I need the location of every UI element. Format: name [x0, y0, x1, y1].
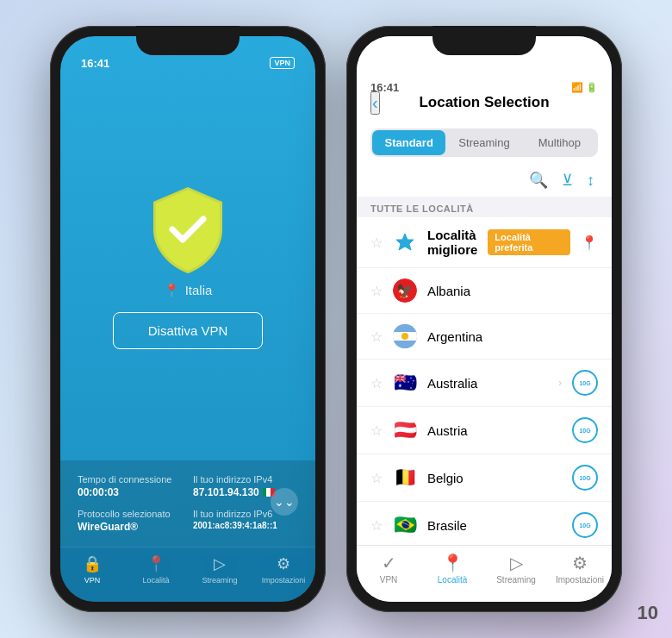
- server-count-australia: 10G: [572, 370, 598, 396]
- stat-ipv4-label: Il tuo indirizzo IPv4: [193, 474, 298, 485]
- star-icon-belgio: ☆: [370, 470, 383, 486]
- location-name: Italia: [185, 283, 213, 297]
- flag-austria: 🇦🇹: [393, 418, 417, 442]
- country-name-brasile: Brasile: [427, 518, 562, 533]
- stat-time-value: 00:00:03: [78, 486, 183, 498]
- list-item-belgio[interactable]: ☆ 🇧🇪 Belgio 10G: [357, 454, 612, 502]
- notch-right: [432, 26, 536, 55]
- country-list: ☆ Località migliore Località preferita 📍…: [357, 217, 612, 545]
- chevron-australia: ›: [558, 377, 562, 389]
- country-name-austria: Austria: [427, 423, 562, 438]
- star-icon-austria: ☆: [370, 422, 383, 439]
- bottom-nav-right: ✓ VPN 📍 Località ▷ Streaming ⚙ Impostazi…: [357, 545, 612, 602]
- vpn-badge: VPN: [270, 57, 295, 69]
- vpn-screen: 16:41 VPN 📍 Italia: [60, 36, 315, 602]
- nav-streaming-label-right: Streaming: [496, 575, 536, 585]
- localities-nav-icon: 📍: [146, 554, 165, 573]
- sort-icon[interactable]: ↕: [587, 172, 594, 190]
- best-badge: Località preferita: [488, 229, 570, 255]
- list-item-brasile[interactable]: ☆ 🇧🇷 Brasile 10G: [357, 502, 612, 545]
- stat-protocol-value: WireGuard®: [78, 521, 183, 533]
- svg-marker-0: [396, 234, 414, 250]
- list-item-argentina[interactable]: ☆ Argentina: [357, 314, 612, 360]
- deactivate-vpn-button[interactable]: Disattiva VPN: [113, 312, 264, 349]
- flag-best: [393, 230, 417, 254]
- stat-time-label: Tempo di connessione: [78, 474, 183, 485]
- flag-brasile: 🇧🇷: [393, 513, 417, 537]
- filter-icon[interactable]: ⊻: [562, 171, 573, 190]
- stat-ipv6-label: Il tuo indirizzo IPv6: [193, 509, 298, 519]
- streaming-icon-right: ▷: [510, 553, 523, 573]
- stat-protocol-label: Protocollo selezionato: [78, 509, 183, 519]
- settings-nav-icon-left: ⚙: [277, 554, 290, 573]
- stat-ipv6: Il tuo indirizzo IPv6 2001:ac8:39:4:1a8:…: [193, 509, 298, 533]
- vpn-main: 📍 Italia Disattiva VPN: [60, 78, 315, 453]
- svg-rect-3: [393, 324, 417, 332]
- stat-ipv6-value: 2001:ac8:39:4:1a8::1: [193, 521, 298, 530]
- nav-settings-left[interactable]: ⚙ Impostazioni: [252, 554, 315, 585]
- nav-localities-left[interactable]: 📍 Località: [124, 554, 188, 585]
- list-item-australia[interactable]: ☆ 🇦🇺 Australia › 10G: [357, 360, 612, 407]
- star-icon-argentina: ☆: [370, 328, 383, 345]
- flag-belgio: 🇧🇪: [393, 466, 417, 490]
- nav-streaming-label-left: Streaming: [202, 576, 237, 585]
- star-icon-albania: ☆: [370, 283, 383, 299]
- left-phone: 16:41 VPN 📍 Italia: [50, 26, 326, 612]
- section-label: TUTTE LE LOCALITÀ: [357, 197, 612, 217]
- list-item-austria[interactable]: ☆ 🇦🇹 Austria 10G: [357, 407, 612, 454]
- country-name-australia: Australia: [427, 376, 548, 391]
- right-phone: 16:41 📶 🔋 ‹ Location Selection Standard …: [346, 26, 622, 612]
- star-icon-australia: ☆: [370, 375, 383, 391]
- expand-area: ⌄⌄: [60, 453, 315, 460]
- tab-standard[interactable]: Standard: [372, 130, 445, 155]
- notch: [136, 26, 240, 55]
- location-header: 16:41 📶 🔋 ‹ Location Selection Standard …: [357, 36, 612, 197]
- nav-streaming-left[interactable]: ▷ Streaming: [188, 554, 252, 585]
- list-item-best[interactable]: ☆ Località migliore Località preferita 📍: [357, 217, 612, 268]
- vpn-icon-right: ✓: [382, 553, 396, 573]
- location-pin-icon: 📍: [164, 283, 180, 298]
- back-button[interactable]: ‹: [370, 91, 380, 115]
- server-count-belgio: 10G: [572, 465, 598, 491]
- flag-australia: 🇦🇺: [393, 371, 417, 395]
- streaming-nav-icon-left: ▷: [214, 554, 226, 573]
- nav-settings-right[interactable]: ⚙ Impostazioni: [548, 553, 612, 585]
- nav-streaming-right[interactable]: ▷ Streaming: [484, 553, 548, 585]
- nav-localities-label-right: Località: [438, 575, 467, 585]
- stat-connection-time: Tempo di connessione 00:00:03: [78, 474, 183, 498]
- tab-multihop[interactable]: Multihop: [523, 130, 596, 155]
- location-title: Location Selection: [419, 94, 549, 111]
- location-title-row: ‹ Location Selection: [370, 94, 598, 122]
- country-name-best: Località migliore: [427, 228, 477, 257]
- list-item-albania[interactable]: ☆ 🦅 Albania: [357, 268, 612, 314]
- watermark: 10: [638, 602, 658, 624]
- svg-rect-5: [393, 341, 417, 348]
- stat-protocol: Protocollo selezionato WireGuard®: [78, 509, 183, 533]
- star-icon-best: ☆: [370, 235, 383, 251]
- vpn-shield-icon: [145, 183, 231, 269]
- nav-localities-right[interactable]: 📍 Località: [420, 553, 484, 585]
- status-icons: VPN: [270, 57, 295, 69]
- tab-bar: Standard Streaming Multihop: [370, 128, 598, 157]
- server-count-brasile: 10G: [572, 512, 598, 538]
- vpn-nav-icon: 🔒: [83, 554, 102, 573]
- bottom-nav-left: 🔒 VPN 📍 Località ▷ Streaming ⚙ Impostazi…: [60, 547, 315, 602]
- star-icon-brasile: ☆: [370, 517, 383, 534]
- country-name-belgio: Belgio: [427, 471, 562, 485]
- status-icons-right: 📶 🔋: [571, 82, 598, 93]
- tab-streaming[interactable]: Streaming: [447, 130, 520, 155]
- flag-argentina: [393, 324, 417, 348]
- search-icon[interactable]: 🔍: [529, 171, 548, 190]
- nav-settings-label-right: Impostazioni: [556, 575, 604, 585]
- nav-vpn-left[interactable]: 🔒 VPN: [60, 554, 124, 585]
- nav-localities-label: Località: [142, 576, 169, 585]
- nav-vpn-label-left: VPN: [84, 576, 101, 585]
- location-screen: 16:41 📶 🔋 ‹ Location Selection Standard …: [357, 36, 612, 602]
- pin-icon-best: 📍: [581, 235, 598, 251]
- nav-vpn-right[interactable]: ✓ VPN: [357, 553, 420, 585]
- time-left: 16:41: [81, 57, 109, 70]
- nav-vpn-label-right: VPN: [380, 575, 398, 585]
- svg-text:🦅: 🦅: [396, 283, 414, 299]
- search-row: 🔍 ⊻ ↕: [370, 164, 598, 197]
- svg-point-6: [401, 333, 408, 340]
